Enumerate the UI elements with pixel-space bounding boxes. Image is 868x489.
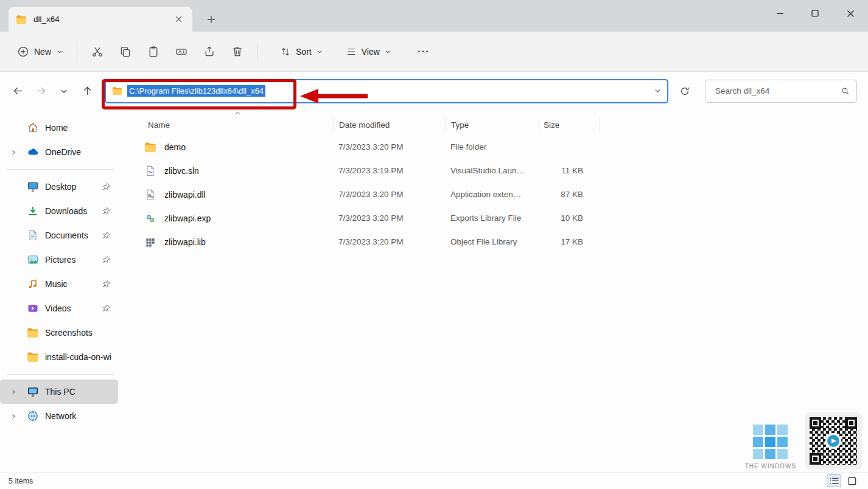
maximize-button[interactable] (797, 0, 833, 27)
column-label: Name (148, 120, 170, 130)
file-row-demo[interactable]: demo 7/3/2023 3:20 PM File folder (137, 135, 868, 159)
refresh-button[interactable] (673, 80, 696, 102)
sort-arrows-icon (280, 46, 291, 57)
window-controls (762, 0, 868, 27)
sidebar-divider (7, 169, 114, 170)
large-icons-view-button[interactable] (845, 474, 859, 487)
sidebar-item-install-cuda[interactable]: install-cuda-on-wi (0, 345, 118, 369)
sidebar-item-this-pc[interactable]: This PC (0, 380, 118, 404)
library-file-icon (144, 236, 156, 248)
sort-ascending-icon (234, 111, 241, 116)
column-header-name[interactable]: Name (137, 114, 333, 135)
trash-icon (231, 46, 243, 58)
svg-text:A: A (178, 49, 181, 54)
recent-locations-button[interactable] (52, 80, 75, 102)
search-icon[interactable] (841, 86, 850, 96)
column-header-date-modified[interactable]: Date modified (333, 117, 445, 133)
folder-icon (112, 86, 122, 96)
expand-chevron-icon[interactable] (9, 413, 18, 420)
address-bar[interactable]: C:\Program Files\zlib123dllx64\dll_x64 (105, 79, 668, 103)
arrow-up-icon (82, 85, 93, 97)
cut-button[interactable] (83, 39, 111, 64)
rename-icon: A (175, 46, 187, 58)
close-button[interactable] (833, 0, 868, 27)
desktop-icon (27, 181, 39, 193)
copy-icon (119, 46, 131, 58)
sidebar-item-pictures[interactable]: Pictures (0, 248, 118, 272)
expand-chevron-icon[interactable] (9, 389, 18, 395)
folder-icon (27, 351, 39, 363)
new-tab-button[interactable] (203, 12, 219, 27)
rename-button[interactable]: A (167, 39, 195, 64)
sidebar-item-home[interactable]: Home (0, 116, 118, 140)
tab-title: dll_x64 (33, 15, 165, 24)
refresh-icon (679, 86, 690, 97)
onedrive-icon (27, 146, 39, 158)
sidebar-item-desktop[interactable]: Desktop (0, 175, 118, 199)
paste-button[interactable] (139, 39, 167, 64)
sidebar-item-documents[interactable]: Documents (0, 223, 118, 248)
back-button[interactable] (6, 80, 29, 102)
view-toggles (827, 474, 859, 487)
column-header-size[interactable]: Size (539, 117, 600, 133)
minimize-button[interactable] (762, 0, 797, 27)
chevron-down-icon (317, 49, 323, 55)
dll-file-icon (144, 189, 156, 201)
sidebar-item-downloads[interactable]: Downloads (0, 199, 118, 223)
delete-button[interactable] (223, 39, 251, 64)
file-name: zlibwapi.exp (164, 213, 211, 223)
explorer-tab[interactable]: dll_x64 (9, 7, 192, 32)
file-date: 7/3/2023 3:20 PM (333, 190, 445, 199)
view-button[interactable]: View (338, 41, 398, 63)
share-icon (203, 46, 215, 58)
file-type: Application exten… (445, 190, 539, 199)
documents-icon (27, 229, 39, 241)
sidebar-item-videos[interactable]: Videos (0, 296, 118, 321)
view-lines-icon (346, 46, 357, 57)
qr-code (805, 412, 862, 470)
sidebar-item-label: Downloads (45, 206, 102, 216)
file-name: zlibwapi.dll (164, 190, 206, 199)
view-button-label: View (362, 47, 380, 57)
chevron-down-icon (60, 88, 68, 95)
file-type: File folder (445, 142, 539, 151)
address-input[interactable]: C:\Program Files\zlib123dllx64\dll_x64 (127, 85, 265, 97)
network-icon (27, 410, 39, 422)
search-box[interactable] (705, 80, 857, 103)
more-options-button[interactable]: ··· (411, 40, 436, 64)
column-label: Size (544, 120, 559, 130)
sort-button[interactable]: Sort (273, 41, 330, 63)
column-header-type[interactable]: Type (445, 117, 539, 133)
sidebar-item-music[interactable]: Music (0, 272, 118, 296)
column-label: Type (451, 120, 469, 130)
the-windows-logo: THE WINDOWS (745, 425, 796, 470)
file-row-zlibvc-sln[interactable]: zlibvc.sln 7/3/2023 3:19 PM VisualStudio… (137, 159, 868, 182)
copy-button[interactable] (111, 39, 139, 64)
file-date: 7/3/2023 3:19 PM (333, 166, 445, 175)
file-row-zlibwapi-exp[interactable]: zlibwapi.exp 7/3/2023 3:20 PM Exports Li… (137, 206, 868, 230)
details-view-button[interactable] (827, 474, 841, 487)
file-type: VisualStudio.Laun… (445, 166, 539, 175)
file-size: 11 KB (539, 166, 600, 175)
column-header-end (600, 117, 868, 133)
new-button[interactable]: New (10, 41, 71, 63)
sidebar-item-screenshots[interactable]: Screenshots (0, 321, 118, 345)
exports-file-icon (144, 212, 156, 224)
sidebar-item-network[interactable]: Network (0, 404, 118, 428)
pin-icon (102, 280, 111, 288)
share-button[interactable] (195, 39, 223, 64)
expand-chevron-icon[interactable] (9, 149, 18, 156)
sort-button-label: Sort (296, 47, 312, 57)
sidebar-item-label: OneDrive (45, 147, 118, 157)
forward-button[interactable] (29, 80, 52, 102)
file-date: 7/3/2023 3:20 PM (333, 237, 445, 246)
search-input[interactable] (714, 86, 841, 96)
file-row-zlibwapi-dll[interactable]: zlibwapi.dll 7/3/2023 3:20 PM Applicatio… (137, 182, 868, 206)
address-dropdown-icon[interactable] (654, 88, 661, 94)
column-headers: Name Date modified Type Size (137, 114, 868, 135)
sidebar-item-onedrive[interactable]: OneDrive (0, 140, 118, 164)
file-row-zlibwapi-lib[interactable]: zlibwapi.lib 7/3/2023 3:20 PM Object Fil… (137, 230, 868, 254)
tab-close-icon[interactable] (172, 13, 185, 26)
up-button[interactable] (75, 80, 99, 102)
sidebar-item-label: install-cuda-on-wi (45, 352, 118, 362)
